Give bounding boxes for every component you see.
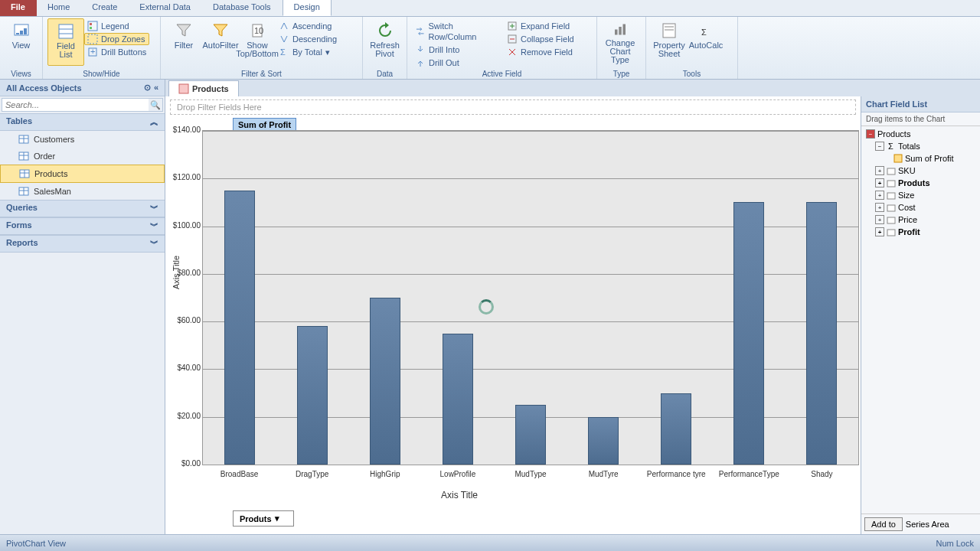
drill-buttons-icon: + bbox=[87, 47, 98, 57]
autocalc-icon: Σ bbox=[697, 21, 715, 40]
x-tick-label: DragType bbox=[277, 470, 348, 478]
chart-bar[interactable] bbox=[443, 334, 473, 465]
legend-button[interactable]: Legend bbox=[84, 20, 149, 32]
nav-header[interactable]: All Access Objects ⊙« bbox=[0, 80, 165, 96]
drop-filter-zone[interactable]: Drop Filter Fields Here bbox=[170, 99, 856, 115]
drop-zones-button[interactable]: Drop Zones bbox=[84, 33, 149, 45]
nav-table-item[interactable]: SalesMan bbox=[0, 183, 165, 200]
property-sheet-button[interactable]: Property Sheet bbox=[651, 18, 688, 66]
top-bottom-icon: 10 bbox=[248, 21, 266, 40]
plot-area: BroadBaseDragTypeHighGripLowProfileMudTy… bbox=[202, 130, 859, 465]
descending-button[interactable]: Descending bbox=[276, 33, 340, 45]
field-list-field[interactable]: +Profit bbox=[863, 226, 978, 238]
drill-into-button[interactable]: Drill Into bbox=[412, 44, 504, 56]
nav-dropdown-icon[interactable]: ⊙ bbox=[144, 83, 151, 93]
group-tools-label: Tools bbox=[646, 70, 737, 78]
change-chart-type-button[interactable]: Change Chart Type bbox=[602, 18, 639, 66]
field-icon bbox=[887, 215, 896, 224]
field-icon bbox=[887, 191, 896, 200]
autofilter-button[interactable]: AutoFilter bbox=[202, 18, 239, 66]
table-icon bbox=[18, 134, 29, 145]
by-total-icon: Σ bbox=[279, 47, 289, 57]
collapse-field-icon bbox=[507, 34, 518, 44]
tab-create[interactable]: Create bbox=[81, 0, 129, 16]
chart-bar[interactable] bbox=[661, 393, 691, 465]
pivot-chart[interactable]: Drop Filter Fields Here Sum of Profit Ax… bbox=[165, 96, 861, 534]
chart-bar[interactable] bbox=[733, 202, 764, 465]
chart-bar[interactable] bbox=[370, 298, 400, 465]
status-view-label: PivotChart View bbox=[6, 539, 66, 548]
nav-group-tables[interactable]: Tables︽ bbox=[0, 113, 165, 131]
nav-table-item[interactable]: Order bbox=[0, 148, 165, 165]
y-tick-label: $40.00 bbox=[165, 364, 201, 372]
by-total-button[interactable]: ΣBy Total ▾ bbox=[276, 46, 340, 58]
svg-rect-23 bbox=[623, 24, 626, 35]
category-axis-field[interactable]: Produts ▾ bbox=[233, 510, 294, 527]
show-top-bottom-button[interactable]: 10Show Top/Bottom bbox=[239, 18, 276, 66]
tab-external-data[interactable]: External Data bbox=[129, 0, 202, 16]
tab-database-tools[interactable]: Database Tools bbox=[202, 0, 283, 16]
remove-field-button[interactable]: Remove Field bbox=[504, 46, 577, 58]
view-icon bbox=[12, 21, 31, 40]
add-to-button[interactable]: Add to bbox=[864, 517, 903, 531]
tab-design[interactable]: Design bbox=[283, 0, 332, 16]
search-input[interactable] bbox=[2, 99, 149, 111]
y-tick-label: $100.00 bbox=[165, 221, 201, 230]
chart-bar[interactable] bbox=[588, 417, 619, 465]
chart-bar[interactable] bbox=[297, 326, 328, 465]
expand-field-button[interactable]: Expand Field bbox=[504, 20, 577, 32]
collapse-field-button[interactable]: Collapse Field bbox=[504, 33, 577, 45]
group-type-label: Type bbox=[597, 70, 645, 78]
workspace: All Access Objects ⊙« 🔍 Tables︽ Customer… bbox=[0, 80, 980, 534]
chart-field-list: Chart Field List Drag items to the Chart… bbox=[861, 96, 980, 534]
filter-button[interactable]: Filter bbox=[165, 18, 202, 66]
view-button[interactable]: View bbox=[5, 18, 38, 66]
nav-group-queries[interactable]: Queries︾ bbox=[0, 200, 165, 217]
nav-collapse-icon[interactable]: « bbox=[154, 83, 158, 93]
field-list-field[interactable]: +Price bbox=[863, 214, 978, 226]
search-icon[interactable]: 🔍 bbox=[149, 99, 162, 111]
svg-rect-4 bbox=[59, 24, 73, 38]
nav-group-reports[interactable]: Reports︾ bbox=[0, 235, 165, 253]
nav-group-forms[interactable]: Forms︾ bbox=[0, 217, 165, 235]
svg-rect-44 bbox=[887, 181, 895, 187]
drill-out-button[interactable]: Drill Out bbox=[412, 57, 504, 69]
field-list-sum-profit[interactable]: Sum of Profit bbox=[863, 152, 978, 165]
svg-rect-22 bbox=[619, 27, 622, 35]
totals-icon: Σ bbox=[887, 142, 896, 151]
field-list-field[interactable]: +Size bbox=[863, 189, 978, 201]
x-tick-label: Performance tyre bbox=[641, 470, 711, 478]
autocalc-button[interactable]: ΣAutoCalc bbox=[688, 18, 724, 66]
svg-rect-45 bbox=[887, 193, 895, 199]
refresh-pivot-button[interactable]: Refresh Pivot bbox=[368, 18, 402, 66]
tab-home[interactable]: Home bbox=[37, 0, 81, 16]
field-list-field[interactable]: +Cost bbox=[863, 201, 978, 214]
chart-bar[interactable] bbox=[224, 191, 255, 465]
nav-table-item[interactable]: Products bbox=[0, 165, 165, 183]
tab-file[interactable]: File bbox=[0, 0, 37, 16]
field-list-field[interactable]: +Produts bbox=[863, 177, 978, 189]
field-list-button[interactable]: Field List bbox=[47, 18, 84, 66]
switch-row-column-button[interactable]: Switch Row/Column bbox=[412, 20, 504, 43]
ribbon: View Views Field List Legend Drop Zones … bbox=[0, 17, 980, 80]
main-area: Products Drop Filter Fields Here Sum of … bbox=[165, 80, 980, 534]
drill-buttons-button[interactable]: +Drill Buttons bbox=[84, 46, 149, 58]
field-list-root[interactable]: −Products bbox=[863, 128, 978, 140]
y-tick-label: $120.00 bbox=[165, 173, 201, 181]
chevron-down-icon: ︾ bbox=[150, 238, 158, 249]
chart-bar[interactable] bbox=[515, 405, 546, 465]
sort-desc-icon bbox=[279, 34, 289, 44]
chart-container: Drop Filter Fields Here Sum of Profit Ax… bbox=[165, 96, 980, 534]
y-tick-label: $0.00 bbox=[165, 459, 201, 468]
chart-bar[interactable] bbox=[806, 202, 837, 465]
svg-text:Σ: Σ bbox=[888, 142, 893, 151]
field-list-totals[interactable]: −ΣTotals bbox=[863, 140, 978, 152]
ascending-button[interactable]: Ascending bbox=[276, 20, 340, 32]
group-views-label: Views bbox=[0, 70, 42, 78]
plus-icon: + bbox=[875, 178, 884, 187]
document-tab-products[interactable]: Products bbox=[168, 80, 239, 96]
field-list-field[interactable]: +SKU bbox=[863, 165, 978, 177]
nav-table-item[interactable]: Customers bbox=[0, 131, 165, 148]
measure-icon bbox=[893, 154, 903, 163]
svg-rect-48 bbox=[887, 230, 895, 236]
